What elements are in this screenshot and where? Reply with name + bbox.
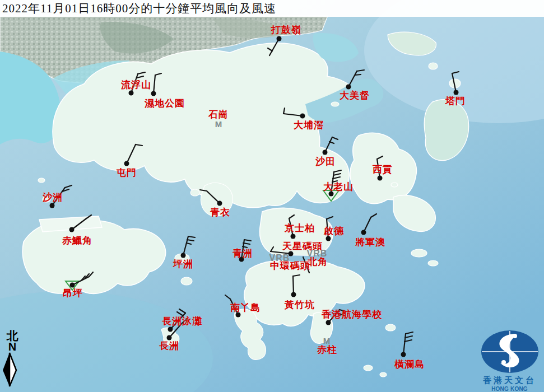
station-label-tai-mei-tuk: 大美督 — [340, 89, 370, 102]
station-label-cheung-chau: 長洲 — [159, 339, 179, 352]
station-dot — [401, 352, 406, 357]
station-marker-north-point: VRB — [307, 249, 328, 259]
station-dot — [323, 150, 328, 155]
station-label-chek-lap-kok: 赤鱲角 — [62, 234, 92, 247]
station-dot — [168, 327, 173, 332]
north-indicator: 北 N — [1, 330, 24, 390]
station-label-lau-fau-shan: 流浮山 — [121, 78, 151, 91]
station-dot — [378, 176, 383, 181]
station-dot — [326, 320, 331, 325]
station-label-tai-po-kau: 大埔滘 — [294, 119, 324, 132]
station-label-lamma-island: 南丫島 — [230, 301, 261, 314]
station-label-tuen-mun: 屯門 — [117, 166, 137, 179]
north-arrow-icon — [1, 352, 24, 388]
wind-map-app: 2022年11月01日16時00分的十分鐘平均風向及風速 打鼓嶺流浮山濕地公園石… — [0, 0, 544, 392]
station-label-ngong-ping: 昂坪 — [63, 287, 83, 300]
station-label-green-island: 青洲 — [233, 247, 253, 260]
hong-kong-map — [0, 0, 544, 392]
station-marker-stanley: M — [323, 336, 331, 346]
title-bar: 2022年11月01日16時00分的十分鐘平均風向及風速 — [0, 0, 544, 17]
station-dot — [300, 114, 305, 119]
station-label-peng-chau: 坪洲 — [173, 258, 193, 270]
station-dot — [129, 91, 134, 96]
station-dot — [291, 292, 296, 297]
station-label-cheung-chau-beach: 長洲泳灘 — [162, 315, 202, 328]
station-label-hk-sea-school: 香港航海學校 — [322, 308, 382, 321]
station-label-waglan-island: 橫瀾島 — [394, 358, 425, 371]
station-dot — [277, 36, 282, 41]
station-dot — [50, 203, 55, 208]
station-label-sha-chau: 沙洲 — [43, 191, 63, 204]
hko-name-chinese: 香港天文台 — [475, 375, 544, 386]
north-label-letter: N — [1, 342, 24, 352]
station-label-wong-chuk-hang: 黃竹坑 — [285, 298, 315, 311]
station-dot — [69, 227, 75, 232]
station-dot — [361, 230, 366, 235]
station-label-wetland-park: 濕地公園 — [145, 97, 185, 110]
station-label-kings-park: 京士柏 — [285, 222, 315, 235]
hko-logo-icon — [479, 329, 541, 374]
wind-barb-segment — [355, 74, 361, 75]
hko-name-english: HONG KONG OBSERVATORY — [475, 386, 544, 392]
station-label-ta-kwu-ling: 打鼓嶺 — [271, 24, 301, 36]
station-label-kai-tak: 啟德 — [324, 225, 344, 237]
station-label-tseung-kwan-o: 將軍澳 — [355, 236, 385, 249]
hko-logo: 香港天文台 HONG KONG OBSERVATORY — [475, 329, 544, 392]
station-dot — [124, 161, 129, 166]
station-label-tsing-yi: 青衣 — [210, 206, 230, 219]
station-dot — [217, 201, 222, 206]
station-label-sha-tin: 沙田 — [315, 155, 336, 168]
north-label-chinese: 北 — [1, 330, 24, 342]
station-label-tates-cairn: 大老山 — [323, 180, 354, 193]
station-dot — [151, 91, 156, 96]
station-marker-central-pier: VRB — [269, 253, 290, 263]
station-label-sai-kung: 西貢 — [373, 163, 393, 176]
station-marker-shek-kong: M — [215, 119, 222, 129]
station-label-tap-mun: 塔門 — [445, 95, 466, 108]
station-dot — [291, 234, 296, 239]
map-title: 2022年11月01日16時00分的十分鐘平均風向及風速 — [0, 1, 276, 16]
wind-barb-segment — [293, 276, 294, 295]
